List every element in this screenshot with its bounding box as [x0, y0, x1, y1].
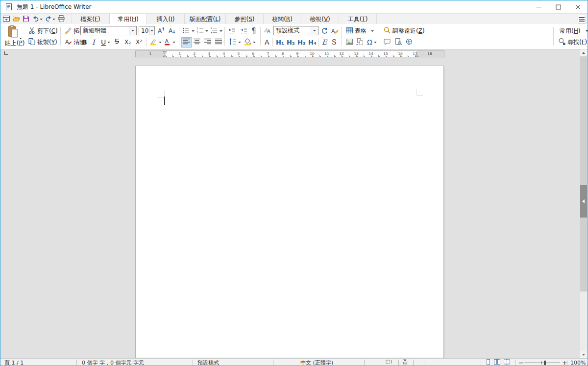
- tab-view[interactable]: 檢視(V): [301, 14, 339, 24]
- insert-hyperlink-button[interactable]: [405, 37, 413, 47]
- heading4-style-button[interactable]: H₄: [308, 37, 317, 47]
- document-page[interactable]: [135, 66, 444, 358]
- numbered-list-button[interactable]: 1.2.: [196, 26, 208, 36]
- outline-list-button[interactable]: [210, 26, 222, 36]
- align-center-button[interactable]: [193, 37, 201, 47]
- superscript-button[interactable]: X²: [136, 37, 142, 47]
- increase-indent-button[interactable]: [228, 26, 236, 36]
- close-button[interactable]: [568, 0, 588, 13]
- language-status[interactable]: 中文 (正體字): [300, 359, 333, 366]
- left-indent-marker[interactable]: [163, 51, 167, 57]
- switcher-dropdown-caret[interactable]: [586, 30, 588, 32]
- page-number-status[interactable]: 頁 1 / 1: [4, 359, 24, 366]
- insert-pagebreak-button[interactable]: [356, 37, 364, 47]
- font-color-dropdown-caret[interactable]: [172, 42, 175, 43]
- grow-font-button[interactable]: A: [157, 26, 165, 36]
- line-spacing-dropdown-caret[interactable]: [238, 42, 241, 43]
- insert-symbol-button[interactable]: Ω: [367, 37, 377, 47]
- character-style-button[interactable]: AA: [264, 26, 271, 36]
- font-color-button[interactable]: A: [163, 37, 175, 47]
- redo-button[interactable]: [44, 14, 56, 24]
- menubar-menu-button[interactable]: [578, 15, 586, 24]
- paragraph-style-combobox[interactable]: 預設樣式: [273, 26, 318, 35]
- line-spacing-button[interactable]: [229, 37, 241, 47]
- default-style-button[interactable]: A: [265, 37, 270, 47]
- paragraph-background-button[interactable]: [244, 37, 256, 47]
- heading2-style-button[interactable]: H₂: [287, 37, 295, 47]
- font-name-dropdown[interactable]: [129, 26, 136, 35]
- scroll-up-button[interactable]: [580, 49, 587, 56]
- insert-comment-button[interactable]: [383, 37, 391, 47]
- subscript-button[interactable]: X₂: [124, 37, 131, 47]
- shrink-font-button[interactable]: A: [168, 26, 176, 36]
- paragraph-background-dropdown-caret[interactable]: [253, 42, 256, 43]
- decrease-indent-button[interactable]: [240, 26, 248, 36]
- save-button[interactable]: [21, 14, 31, 24]
- notebookbar-switcher[interactable]: 常用(H): [560, 26, 588, 36]
- minimize-button[interactable]: [529, 0, 548, 13]
- font-name-combobox[interactable]: 新細明體: [80, 26, 137, 35]
- italic-button[interactable]: I: [92, 37, 95, 47]
- copy-button[interactable]: 複製(Y): [28, 37, 57, 47]
- page-style-status[interactable]: 預設樣式: [197, 359, 219, 366]
- table-dropdown-caret[interactable]: [371, 30, 374, 32]
- titlebar[interactable]: 無題 1 - LibreOffice Writer: [0, 0, 588, 13]
- bold-button[interactable]: B: [82, 37, 87, 47]
- book-view-button[interactable]: [503, 359, 511, 366]
- tab-insert[interactable]: 插入(I): [147, 14, 185, 24]
- bullet-list-dropdown-caret[interactable]: [192, 30, 195, 32]
- multi-page-view-button[interactable]: [493, 359, 501, 366]
- formatting-marks-button[interactable]: ¶: [251, 26, 256, 36]
- open-button[interactable]: [11, 14, 21, 24]
- paste-button[interactable]: 貼上(P): [3, 25, 26, 48]
- sidebar-collapse-icon[interactable]: [582, 199, 585, 203]
- zoom-slider-thumb[interactable]: [544, 361, 546, 365]
- tab-review[interactable]: 校閱(R): [264, 14, 301, 24]
- insert-table-button[interactable]: 表格: [345, 26, 374, 36]
- find-button[interactable]: 尋找(F): [558, 37, 587, 47]
- emphasis-style-button[interactable]: E: [322, 37, 327, 47]
- single-page-view-button[interactable]: [485, 359, 492, 366]
- update-style-button[interactable]: [320, 26, 328, 36]
- undo-dropdown-caret[interactable]: [40, 19, 43, 20]
- heading3-style-button[interactable]: H₃: [297, 37, 306, 47]
- paragraph-style-dropdown[interactable]: [311, 26, 318, 35]
- cut-button[interactable]: 剪下(C): [28, 26, 58, 36]
- zoom-percent-status[interactable]: 100%: [570, 359, 586, 366]
- highlight-color-button[interactable]: [149, 37, 162, 47]
- tab-file[interactable]: 檔案(F): [72, 14, 109, 24]
- highlight-dropdown-caret[interactable]: [159, 42, 162, 43]
- bullet-list-button[interactable]: [182, 26, 195, 36]
- font-size-dropdown[interactable]: [149, 26, 154, 35]
- tab-tools[interactable]: 工具(T): [339, 14, 377, 24]
- edit-style-button[interactable]: A: [331, 26, 339, 36]
- maximize-button[interactable]: [548, 0, 568, 13]
- vertical-scrollbar[interactable]: [580, 49, 587, 358]
- redo-dropdown-caret[interactable]: [52, 19, 55, 20]
- numbered-list-dropdown-caret[interactable]: [205, 30, 208, 32]
- symbol-dropdown-caret[interactable]: [374, 42, 377, 43]
- tab-home[interactable]: 常用(H): [109, 14, 147, 24]
- undo-button[interactable]: [31, 14, 44, 24]
- underline-button[interactable]: U: [101, 37, 110, 47]
- zoom-slider-track[interactable]: [524, 363, 560, 363]
- selection-mode-status[interactable]: I: [386, 359, 393, 366]
- scrollbar-track[interactable]: [580, 56, 587, 292]
- font-size-combobox[interactable]: 10.5: [139, 26, 155, 35]
- strong-style-button[interactable]: S: [332, 37, 337, 47]
- menubar-toggle-button[interactable]: [1, 14, 11, 24]
- underline-dropdown-caret[interactable]: [107, 42, 110, 43]
- heading1-style-button[interactable]: H₁: [276, 37, 284, 47]
- tab-references[interactable]: 參照(S): [226, 14, 264, 24]
- zoom-out-button[interactable]: −: [518, 359, 524, 366]
- insert-textbox-button[interactable]: [394, 37, 402, 47]
- ruler[interactable]: 1123456789101112131415161718::::::::::::…: [135, 50, 444, 57]
- insert-image-button[interactable]: [345, 37, 353, 47]
- tab-layout[interactable]: 版面配置(L): [185, 14, 226, 24]
- outline-list-dropdown-caret[interactable]: [220, 30, 222, 32]
- justify-button[interactable]: [215, 37, 222, 47]
- align-left-button[interactable]: [181, 37, 192, 48]
- word-count-status[interactable]: 0 個字 字，0 個字元 字元: [82, 359, 144, 366]
- document-modified-status[interactable]: [401, 359, 409, 366]
- zoom-button[interactable]: 調整遠近(Z): [383, 26, 425, 36]
